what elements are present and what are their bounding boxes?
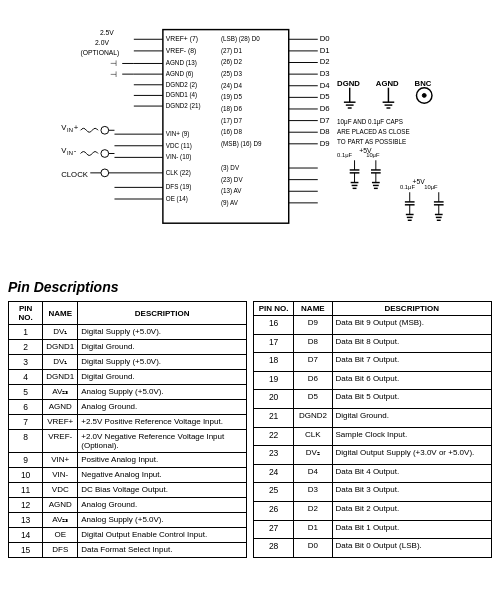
pin-name: VDC (43, 483, 78, 498)
pin-number: 11 (9, 483, 43, 498)
svg-text:AGND (13): AGND (13) (166, 59, 197, 67)
pin-name: CLK (294, 427, 332, 446)
right-table-header-pin: PIN NO. (254, 302, 294, 316)
table-row: 22CLKSample Clock Input. (254, 427, 492, 446)
pin-description: Digital Supply (+5.0V). (78, 325, 247, 340)
svg-text:BNC: BNC (415, 79, 432, 88)
svg-text:-: - (74, 147, 77, 156)
svg-point-36 (101, 150, 109, 158)
pin-name: D4 (294, 464, 332, 483)
svg-text:+: + (74, 123, 79, 132)
table-row: 4DGND1Digital Ground. (9, 370, 247, 385)
svg-text:(27) D1: (27) D1 (221, 47, 242, 55)
svg-point-40 (101, 169, 109, 177)
svg-text:+5V: +5V (359, 148, 372, 155)
pin-number: 13 (9, 513, 43, 528)
pin-number: 9 (9, 453, 43, 468)
pin-description: Sample Clock Input. (332, 427, 491, 446)
tables-container: PIN NO. NAME DESCRIPTION 1DV₁Digital Sup… (8, 301, 492, 558)
svg-text:(26) D2: (26) D2 (221, 58, 242, 66)
pin-description: +2.5V Positive Reference Voltage Input. (78, 415, 247, 430)
svg-text:2.5V: 2.5V (100, 29, 114, 36)
pin-description: Data Bit 2 Output. (332, 502, 491, 521)
pin-name: DFS (43, 543, 78, 558)
svg-text:AGND (6): AGND (6) (166, 70, 194, 78)
pin-number: 5 (9, 385, 43, 400)
table-row: 28D0Data Bit 0 Output (LSB). (254, 539, 492, 558)
left-pin-table: PIN NO. NAME DESCRIPTION 1DV₁Digital Sup… (8, 301, 247, 558)
table-row: 19D6Data Bit 6 Output. (254, 371, 492, 390)
pin-number: 14 (9, 528, 43, 543)
pin-description: Digital Supply (+5.0V). (78, 355, 247, 370)
svg-text:TO PART AS POSSIBLE: TO PART AS POSSIBLE (337, 138, 406, 145)
right-table-header-name: NAME (294, 302, 332, 316)
svg-text:DGND2 (2): DGND2 (2) (166, 81, 197, 89)
table-row: 1DV₁Digital Supply (+5.0V). (9, 325, 247, 340)
pin-name: AGND (43, 400, 78, 415)
page: VREF+ (7) VREF- (8) 2.5V 2.0V (OPTIONAL)… (0, 0, 500, 564)
svg-text:(19) D5: (19) D5 (221, 93, 242, 101)
table-row: 17D8Data Bit 8 Output. (254, 334, 492, 353)
svg-text:D5: D5 (320, 92, 330, 101)
pin-description: Negative Analog Input. (78, 468, 247, 483)
pin-number: 20 (254, 390, 294, 409)
pin-name: AV₂₃ (43, 385, 78, 400)
svg-text:DGND1 (4): DGND1 (4) (166, 91, 197, 99)
pin-description: Data Bit 1 Output. (332, 520, 491, 539)
pin-name: VREF+ (43, 415, 78, 430)
pin-number: 24 (254, 464, 294, 483)
table-row: 6AGNDAnalog Ground. (9, 400, 247, 415)
pin-number: 17 (254, 334, 294, 353)
pin-name: AV₂₃ (43, 513, 78, 528)
pin-number: 23 (254, 446, 294, 465)
pin-description: Digital Ground. (78, 370, 247, 385)
pin-name: DGND1 (43, 340, 78, 355)
pin-number: 8 (9, 430, 43, 453)
pin-name: DGND2 (294, 409, 332, 428)
pin-description: Analog Ground. (78, 498, 247, 513)
pin-name: VIN+ (43, 453, 78, 468)
table-row: 18D7Data Bit 7 Output. (254, 353, 492, 372)
pin-number: 3 (9, 355, 43, 370)
svg-text:⊣: ⊣ (110, 59, 117, 68)
right-table-header-desc: DESCRIPTION (332, 302, 491, 316)
left-table-header-pin: PIN NO. (9, 302, 43, 325)
svg-text:(9) AV: (9) AV (221, 199, 239, 207)
table-row: 5AV₂₃Analog Supply (+5.0V). (9, 385, 247, 400)
pin-description: Data Bit 4 Output. (332, 464, 491, 483)
pin-name: D1 (294, 520, 332, 539)
svg-text:D0: D0 (320, 34, 330, 43)
table-row: 16D9Data Bit 9 Output (MSB). (254, 316, 492, 335)
pin-number: 19 (254, 371, 294, 390)
pin-description: Data Bit 0 Output (LSB). (332, 539, 491, 558)
pin-description: Analog Ground. (78, 400, 247, 415)
pin-name: D6 (294, 371, 332, 390)
svg-text:(18) D6: (18) D6 (221, 105, 242, 113)
pin-description: Digital Ground. (332, 409, 491, 428)
pin-number: 26 (254, 502, 294, 521)
pin-name: D7 (294, 353, 332, 372)
table-row: 26D2Data Bit 2 Output. (254, 502, 492, 521)
pin-number: 22 (254, 427, 294, 446)
pin-number: 2 (9, 340, 43, 355)
pin-number: 21 (254, 409, 294, 428)
pin-description: Digital Output Enable Control Input. (78, 528, 247, 543)
pin-number: 7 (9, 415, 43, 430)
pin-name: DV₁ (43, 325, 78, 340)
table-row: 11VDCDC Bias Voltage Output. (9, 483, 247, 498)
svg-text:(OPTIONAL): (OPTIONAL) (81, 49, 120, 57)
pin-description: Data Bit 3 Output. (332, 483, 491, 502)
table-row: 8VREF-+2.0V Negative Reference Voltage I… (9, 430, 247, 453)
table-row: 12AGNDAnalog Ground. (9, 498, 247, 513)
pin-name: AGND (43, 498, 78, 513)
svg-text:+5V: +5V (413, 178, 426, 185)
pin-description: Data Bit 7 Output. (332, 353, 491, 372)
svg-text:IN: IN (67, 127, 73, 133)
pin-number: 25 (254, 483, 294, 502)
pin-name: DV₁ (43, 355, 78, 370)
svg-point-31 (101, 126, 109, 134)
pin-description: Data Bit 5 Output. (332, 390, 491, 409)
svg-text:D1: D1 (320, 46, 330, 55)
table-row: 25D3Data Bit 3 Output. (254, 483, 492, 502)
svg-text:ARE PLACED AS CLOSE: ARE PLACED AS CLOSE (337, 128, 410, 135)
